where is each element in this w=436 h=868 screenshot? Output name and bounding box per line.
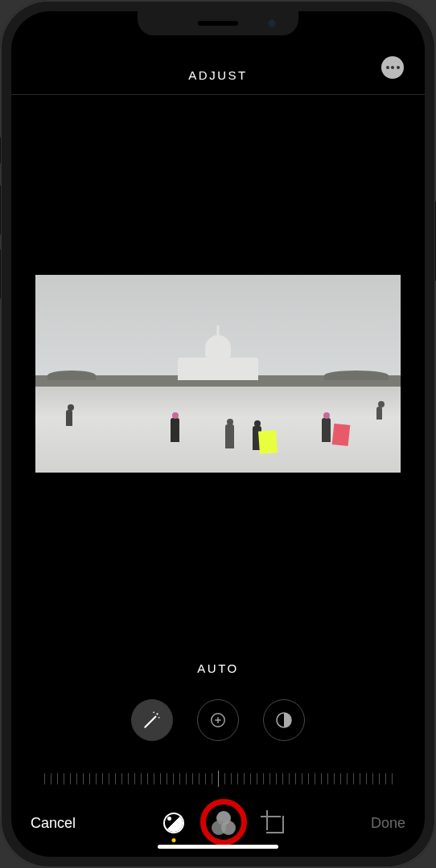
photo-preview-area (11, 95, 425, 652)
crop-icon (263, 813, 284, 833)
filters-tab[interactable] (211, 810, 237, 836)
crop-tab[interactable] (261, 810, 286, 836)
brilliance-dial[interactable] (263, 699, 305, 741)
device-frame: ADJUST AUTO (0, 0, 436, 868)
notch (138, 11, 298, 35)
silence-switch (0, 137, 1, 164)
svg-point-2 (158, 717, 160, 719)
auto-enhance-dial[interactable] (131, 699, 173, 741)
adjustment-dials-row (11, 699, 425, 757)
svg-point-1 (153, 711, 154, 713)
speaker-grille (198, 21, 238, 26)
photo-preview[interactable] (35, 275, 401, 473)
more-options-button[interactable] (381, 56, 404, 79)
magic-wand-icon (142, 710, 162, 731)
adjust-icon (163, 813, 184, 833)
active-indicator-dot (171, 838, 175, 842)
filters-icon (212, 811, 236, 835)
editor-mode-tabs (161, 810, 286, 836)
cancel-button[interactable]: Cancel (31, 815, 76, 832)
exposure-dial[interactable] (197, 699, 239, 741)
done-button[interactable]: Done (371, 815, 405, 832)
exposure-icon (209, 711, 227, 729)
volume-up-button (0, 185, 1, 235)
value-ruler[interactable] (27, 764, 409, 794)
capitol-building (178, 358, 258, 380)
current-tool-label: AUTO (11, 652, 425, 699)
volume-down-button (0, 249, 1, 299)
front-camera (268, 19, 276, 27)
header-title: ADJUST (188, 68, 247, 82)
home-indicator[interactable] (158, 845, 278, 849)
svg-point-0 (156, 713, 158, 714)
contrast-icon (274, 710, 294, 730)
adjust-tab[interactable] (161, 810, 187, 836)
screen: ADJUST AUTO (11, 11, 425, 857)
